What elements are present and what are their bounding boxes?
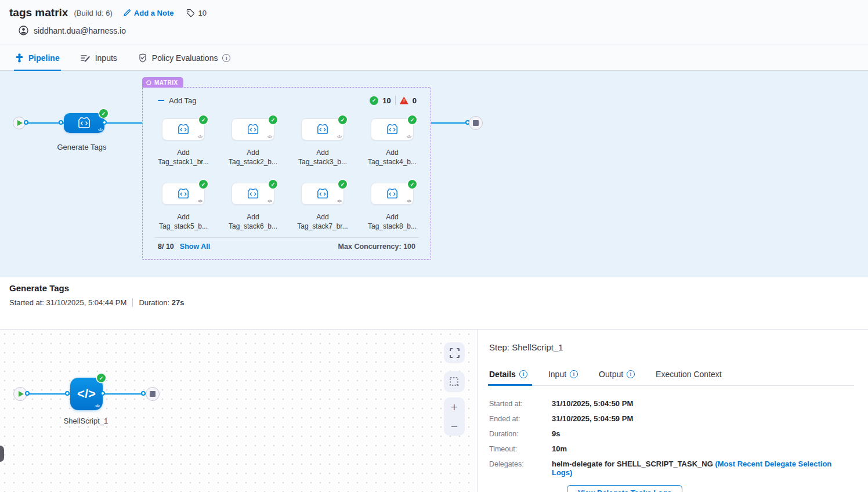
policy-shield-icon [138,53,147,63]
matrix-step-label: AddTag_stack6_b... [217,212,289,231]
success-badge: ✓ [269,180,277,189]
pipeline-icon [15,53,24,63]
stop-icon [473,120,479,126]
collapse-icon[interactable] [157,96,165,104]
input-info-icon[interactable]: i [570,370,578,378]
generate-tags-node[interactable]: </> [64,113,104,133]
code-glyph: </> [198,135,202,139]
matrix-shown-count: 8/ 10 [158,243,174,251]
code-glyph: </> [337,199,341,203]
policy-info-icon[interactable]: i [222,54,230,62]
build-id: (Build Id: 6) [74,9,112,17]
matrix-step-card[interactable]: </> ✓ [232,118,274,140]
tab-execution-context[interactable]: Execution Context [656,370,722,385]
details-info-icon[interactable]: i [519,370,527,378]
user-icon [19,26,28,35]
code-glyph: </> [198,199,202,203]
view-delegate-tasks-logs-button[interactable]: View Delegate Tasks Logs [567,485,682,492]
success-badge: ✓ [408,180,417,189]
tag-code-icon [77,117,91,129]
matrix-group: Add Tag ✓ 10 ! 0 </> ✓ </> ✓ </> ✓ [142,87,431,260]
edge [431,122,469,124]
tab-inputs[interactable]: Inputs [79,45,118,70]
tab-output[interactable]: Output i [599,370,635,385]
output-info-icon[interactable]: i [627,370,635,378]
tab-details[interactable]: Details i [489,370,527,385]
matrix-step-label: AddTag_stack2_b... [217,148,289,167]
matrix-step-card[interactable]: </> ✓ [371,183,414,205]
zoom-out-button[interactable]: − [444,417,465,436]
execution-tabbar: Pipeline Inputs Policy Evaluations i [0,45,868,71]
divider [132,298,133,307]
stage-started-at: Started at: 31/10/2025, 5:04:44 PM [9,298,126,307]
edge [103,393,146,395]
pipeline-canvas[interactable]: </> ✓ Generate Tags MATRIX Add Tag ✓ 10 … [0,71,868,277]
code-glyph: </> [95,404,99,408]
edge-connector [102,120,107,125]
selection-icon [449,377,460,387]
edge [27,393,70,395]
execution-header: tags matrix (Build Id: 6) Add a Note 10 … [0,0,868,45]
matrix-step-card[interactable]: </> ✓ [232,183,274,205]
success-badge: ✓ [97,374,106,382]
tag-code-icon [177,188,190,200]
code-glyph: </> [98,128,102,132]
success-count: 10 [382,96,390,105]
step-details-list: Started at: 31/10/2025, 5:04:50 PM Ended… [489,399,854,492]
tab-pipeline[interactable]: Pipeline [14,45,61,70]
tag-icon [186,9,195,17]
stop-icon [150,391,155,397]
step-details-panel: Step: ShellScript_1 Details i Input i Ou… [478,330,868,492]
matrix-step-card[interactable]: </> ✓ [162,118,205,140]
tag-code-icon [247,188,259,200]
play-icon [19,391,24,397]
tab-input[interactable]: Input i [548,370,578,385]
failed-count: 0 [413,96,417,105]
tags-count[interactable]: 10 [186,9,206,17]
tab-policy-evaluations[interactable]: Policy Evaluations i [137,45,232,70]
matrix-step-card[interactable]: </> ✓ [301,183,344,205]
success-badge: ✓ [338,180,347,189]
edge-connector [141,391,146,396]
step-panel-title: Step: ShellScript_1 [489,342,854,352]
shellscript-node[interactable]: </> </> [70,378,103,410]
stage-summary: Generate Tags Started at: 31/10/2025, 5:… [0,277,868,330]
code-glyph: </> [267,135,272,139]
detail-row: Timeout: 10m [489,444,854,453]
node-label: ShellScript_1 [51,417,121,425]
edge-connector [65,391,70,396]
fullscreen-button[interactable] [444,342,465,363]
matrix-step-label: AddTag_stack7_br... [287,212,359,231]
tag-code-icon [386,188,399,200]
matrix-step-card[interactable]: </> ✓ [162,183,205,205]
fullscreen-icon [450,348,460,358]
matrix-step-label: AddTag_stack1_br... [147,148,219,167]
code-glyph: </> [407,135,411,139]
left-drawer-handle[interactable] [0,446,4,462]
max-concurrency: Max Concurrency: 100 [338,243,415,251]
show-all-link[interactable]: Show All [180,243,210,251]
code-glyph: </> [407,199,411,203]
zoom-in-button[interactable]: + [444,397,465,417]
tag-code-icon [316,188,329,200]
add-note-button[interactable]: Add a Note [123,9,174,17]
code-icon: </> [77,386,96,401]
detail-row: Duration: 9s [489,429,854,438]
matrix-step-card[interactable]: </> ✓ [371,118,414,140]
page-title: tags matrix [9,6,68,19]
step-end-node[interactable] [146,387,160,401]
matrix-step-label: AddTag_stack4_b... [356,148,428,167]
fit-to-screen-button[interactable] [444,371,465,392]
stage-title: Generate Tags [9,283,859,293]
step-graph-canvas[interactable]: </> </> ✓ ShellScript_1 + − [0,330,478,492]
matrix-step-label: AddTag_stack8_b... [356,212,428,231]
edge-connector [59,120,63,125]
tag-code-icon [386,124,399,135]
stage-duration: Duration: 27s [139,298,184,307]
pencil-icon [123,9,131,17]
pipeline-end-node[interactable] [469,116,483,130]
matrix-step-card[interactable]: </> ✓ [301,118,344,140]
edge [104,122,142,124]
inputs-icon [81,53,91,62]
code-glyph: </> [337,135,341,139]
